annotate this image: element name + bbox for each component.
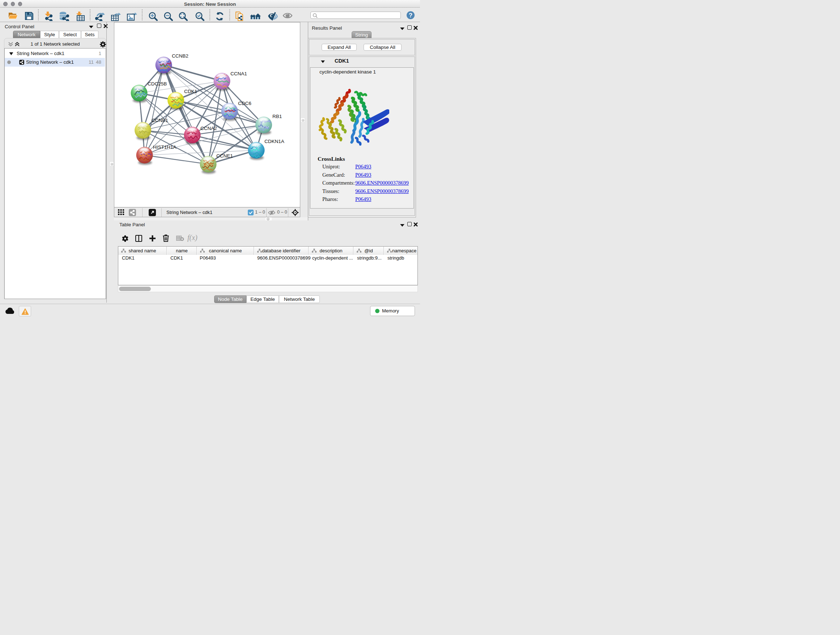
svg-text:CDC6: CDC6 bbox=[238, 101, 251, 106]
svg-text:HIST1H1A: HIST1H1A bbox=[153, 144, 177, 150]
svg-text:?: ? bbox=[409, 12, 412, 19]
svg-text:CCNB1: CCNB1 bbox=[152, 118, 168, 123]
svg-text:CCNA1: CCNA1 bbox=[231, 71, 247, 76]
svg-text:CCNE1: CCNE1 bbox=[216, 153, 233, 158]
svg-text:CDC25B: CDC25B bbox=[148, 81, 167, 87]
svg-text:RB1: RB1 bbox=[272, 114, 282, 119]
svg-text:CCNB2: CCNB2 bbox=[172, 53, 188, 59]
svg-text:CDKN1A: CDKN1A bbox=[264, 139, 284, 144]
svg-text:CDK1: CDK1 bbox=[184, 89, 197, 94]
svg-text:CCNA2: CCNA2 bbox=[201, 126, 217, 131]
